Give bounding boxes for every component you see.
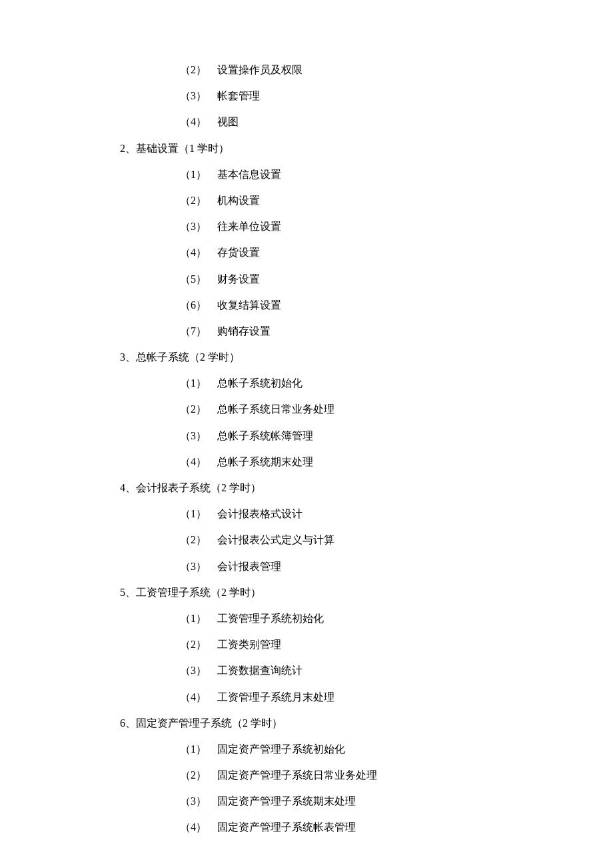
list-item: （5） 财务设置	[180, 266, 613, 292]
item-number: （3）	[180, 423, 215, 449]
item-number: （4）	[180, 814, 215, 840]
list-item: （3） 总帐子系统帐簿管理	[180, 423, 613, 449]
item-text: 固定资产管理子系统期末处理	[217, 795, 356, 807]
item-text: 总帐子系统初始化	[217, 377, 303, 389]
item-text: 会计报表管理	[217, 561, 281, 572]
item-number: （1）	[180, 736, 215, 762]
item-text: 固定资产管理子系统初始化	[217, 743, 345, 755]
item-number: （1）	[180, 370, 215, 396]
list-item: （2） 设置操作员及权限	[180, 57, 613, 83]
item-text: 会计报表格式设计	[217, 508, 303, 519]
list-item: （1） 总帐子系统初始化	[180, 370, 613, 396]
list-item: （3） 固定资产管理子系统期末处理	[180, 788, 613, 814]
item-text: 工资管理子系统月末处理	[217, 691, 334, 703]
item-number: （2）	[180, 187, 215, 213]
item-number: （4）	[180, 684, 215, 710]
list-item: （7） 购销存设置	[180, 318, 613, 344]
item-text: 收复结算设置	[217, 299, 281, 311]
list-item: （1） 会计报表格式设计	[180, 501, 613, 527]
item-text: 总帐子系统期末处理	[217, 456, 313, 467]
item-number: （2）	[180, 57, 215, 83]
item-text: 往来单位设置	[217, 221, 281, 232]
list-item: （4） 固定资产管理子系统帐表管理	[180, 814, 613, 840]
item-text: 总帐子系统日常业务处理	[217, 403, 334, 415]
item-text: 工资数据查询统计	[217, 665, 303, 676]
item-number: （2）	[180, 396, 215, 422]
item-text: 基本信息设置	[217, 169, 281, 180]
list-item: （4） 存货设置	[180, 239, 613, 265]
item-text: 总帐子系统帐簿管理	[217, 430, 313, 441]
section-header: 6、固定资产管理子系统（2 学时）	[120, 710, 613, 736]
list-item: （2） 总帐子系统日常业务处理	[180, 396, 613, 422]
list-item: （1） 固定资产管理子系统初始化	[180, 736, 613, 762]
item-text: 存货设置	[217, 247, 260, 258]
item-number: （4）	[180, 239, 215, 265]
item-text: 固定资产管理子系统帐表管理	[217, 821, 356, 833]
item-number: （5）	[180, 266, 215, 292]
item-number: （4）	[180, 449, 215, 475]
section-header: 5、工资管理子系统（2 学时）	[120, 579, 613, 605]
item-number: （2）	[180, 762, 215, 788]
item-number: （1）	[180, 605, 215, 631]
item-number: （3）	[180, 213, 215, 239]
list-item: （3） 会计报表管理	[180, 553, 613, 579]
item-text: 工资类别管理	[217, 639, 281, 650]
section-header: 2、基础设置（1 学时）	[120, 135, 613, 161]
list-item: （6） 收复结算设置	[180, 292, 613, 318]
list-item: （4） 工资管理子系统月末处理	[180, 684, 613, 710]
item-number: （3）	[180, 83, 215, 109]
list-item: （3） 帐套管理	[180, 83, 613, 109]
item-text: 设置操作员及权限	[217, 64, 303, 75]
item-number: （3）	[180, 657, 215, 683]
outline-content: （2） 设置操作员及权限 （3） 帐套管理 （4） 视图 2、基础设置（1 学时…	[120, 57, 613, 841]
item-number: （1）	[180, 161, 215, 187]
list-item: （1） 基本信息设置	[180, 161, 613, 187]
item-number: （2）	[180, 631, 215, 657]
item-number: （6）	[180, 292, 215, 318]
item-number: （2）	[180, 527, 215, 553]
item-text: 视图	[217, 116, 239, 127]
list-item: （2） 工资类别管理	[180, 631, 613, 657]
item-text: 财务设置	[217, 273, 260, 285]
item-number: （7）	[180, 318, 215, 344]
item-number: （4）	[180, 109, 215, 135]
list-item: （2） 机构设置	[180, 187, 613, 213]
section-header: 3、总帐子系统（2 学时）	[120, 344, 613, 370]
section-header: 4、会计报表子系统（2 学时）	[120, 475, 613, 501]
item-text: 工资管理子系统初始化	[217, 613, 324, 624]
list-item: （1） 工资管理子系统初始化	[180, 605, 613, 631]
list-item: （2） 会计报表公式定义与计算	[180, 527, 613, 553]
list-item: （4） 总帐子系统期末处理	[180, 449, 613, 475]
item-number: （1）	[180, 501, 215, 527]
item-text: 机构设置	[217, 195, 260, 206]
item-number: （3）	[180, 553, 215, 579]
item-text: 帐套管理	[217, 90, 260, 101]
item-text: 购销存设置	[217, 325, 271, 337]
list-item: （4） 视图	[180, 109, 613, 135]
item-text: 固定资产管理子系统日常业务处理	[217, 769, 377, 781]
list-item: （3） 工资数据查询统计	[180, 657, 613, 683]
list-item: （2） 固定资产管理子系统日常业务处理	[180, 762, 613, 788]
item-number: （3）	[180, 788, 215, 814]
list-item: （3） 往来单位设置	[180, 213, 613, 239]
item-text: 会计报表公式定义与计算	[217, 534, 334, 545]
